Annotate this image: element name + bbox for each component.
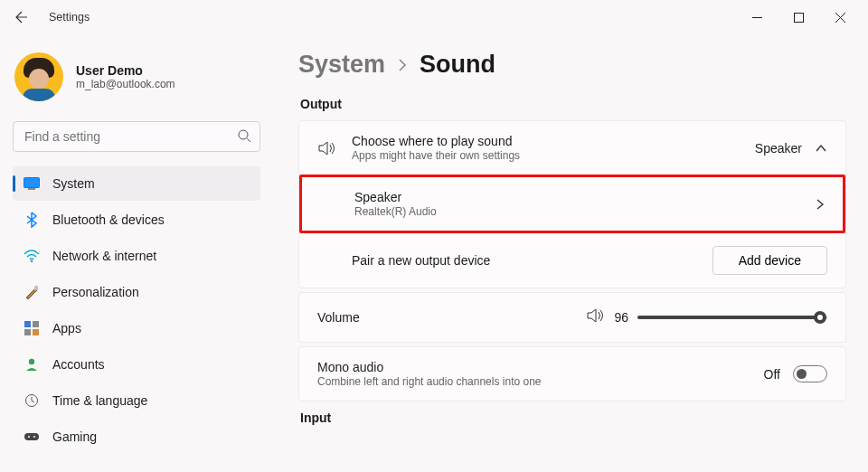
- titlebar: Settings: [0, 0, 868, 34]
- breadcrumb: System Sound: [298, 51, 846, 79]
- choose-output-row[interactable]: Choose where to play sound Apps might ha…: [299, 121, 845, 175]
- row-subtitle: Realtek(R) Audio: [354, 205, 801, 218]
- sidebar-item-apps[interactable]: Apps: [13, 311, 260, 345]
- volume-card: Volume 96: [298, 292, 846, 343]
- window-title: Settings: [49, 11, 90, 24]
- close-button[interactable]: [819, 3, 861, 32]
- maximize-icon: [794, 13, 804, 23]
- mono-audio-state: Off: [764, 367, 780, 382]
- sidebar-item-label: Apps: [52, 321, 81, 335]
- output-card: Choose where to play sound Apps might ha…: [298, 120, 846, 288]
- add-device-button[interactable]: Add device: [712, 246, 827, 275]
- sidebar-item-label: Gaming: [52, 430, 97, 444]
- input-section-title: Input: [300, 411, 846, 425]
- sidebar-item-personalization[interactable]: Personalization: [13, 275, 260, 309]
- mono-audio-row: Mono audio Combine left and right audio …: [299, 347, 845, 401]
- profile-name: User Demo: [76, 63, 175, 78]
- volume-label: Volume: [317, 310, 360, 325]
- svg-point-13: [28, 436, 30, 438]
- window-controls: [736, 3, 861, 32]
- sidebar-item-label: Bluetooth & devices: [52, 212, 165, 227]
- speaker-row[interactable]: Speaker Realtek(R) Audio: [302, 177, 843, 231]
- main-content: System Sound Output Choose where to play…: [273, 34, 868, 472]
- svg-rect-7: [33, 321, 39, 327]
- minimize-button[interactable]: [736, 3, 778, 32]
- back-button[interactable]: [7, 3, 36, 32]
- sidebar-item-accounts[interactable]: Accounts: [13, 347, 260, 382]
- breadcrumb-parent[interactable]: System: [298, 51, 385, 79]
- mono-audio-card: Mono audio Combine left and right audio …: [298, 346, 846, 401]
- row-title: Mono audio: [317, 360, 750, 374]
- row-title: Pair a new output device: [352, 253, 698, 268]
- output-section-title: Output: [300, 97, 846, 111]
- sidebar-item-label: Network & internet: [52, 249, 156, 263]
- svg-rect-9: [33, 329, 39, 335]
- svg-rect-8: [24, 329, 31, 335]
- sidebar: User Demo m_lab@outlook.com System Bluet…: [0, 34, 273, 472]
- sidebar-item-label: Accounts: [52, 357, 105, 372]
- sidebar-item-system[interactable]: System: [13, 166, 260, 201]
- sidebar-item-label: Time & language: [52, 393, 147, 408]
- highlight-box: Speaker Realtek(R) Audio: [299, 175, 845, 233]
- bluetooth-icon: [24, 212, 40, 228]
- volume-row: Volume 96: [299, 293, 845, 342]
- svg-rect-12: [24, 433, 39, 440]
- paintbrush-icon: [24, 284, 40, 300]
- sidebar-item-time-language[interactable]: Time & language: [13, 383, 260, 418]
- svg-point-14: [33, 436, 35, 438]
- volume-value: 96: [614, 310, 628, 325]
- close-icon: [835, 13, 845, 23]
- back-arrow-icon: [14, 10, 29, 24]
- nav-list: System Bluetooth & devices Network & int…: [13, 166, 260, 454]
- avatar: [14, 52, 63, 101]
- breadcrumb-current: Sound: [420, 51, 495, 79]
- gaming-icon: [24, 429, 40, 445]
- sidebar-item-label: System: [52, 176, 95, 191]
- chevron-up-icon: [815, 144, 827, 153]
- mono-audio-toggle[interactable]: [793, 365, 827, 382]
- sidebar-item-network[interactable]: Network & internet: [13, 239, 260, 273]
- maximize-button[interactable]: [778, 3, 819, 32]
- minimize-icon: [752, 13, 762, 23]
- sound-icon: [317, 140, 337, 156]
- profile-email: m_lab@outlook.com: [76, 78, 175, 90]
- svg-point-4: [31, 260, 33, 262]
- apps-icon: [24, 320, 40, 336]
- svg-rect-2: [24, 178, 40, 188]
- svg-rect-3: [28, 188, 35, 190]
- row-title: Speaker: [354, 190, 801, 204]
- row-subtitle: Apps might have their own settings: [352, 149, 741, 162]
- wifi-icon: [24, 248, 40, 264]
- chevron-right-icon: [398, 58, 407, 72]
- person-icon: [24, 356, 40, 373]
- chevron-right-icon: [816, 198, 825, 211]
- search-icon: [237, 128, 251, 146]
- profile-block[interactable]: User Demo m_lab@outlook.com: [13, 45, 260, 116]
- svg-rect-0: [794, 13, 803, 22]
- svg-rect-5: [34, 286, 38, 290]
- clock-icon: [24, 392, 40, 409]
- svg-rect-6: [24, 321, 31, 327]
- svg-point-10: [29, 359, 34, 364]
- row-title: Choose where to play sound: [352, 134, 741, 148]
- volume-icon[interactable]: [587, 307, 605, 327]
- svg-point-1: [239, 130, 248, 139]
- search-box: [13, 121, 260, 152]
- selected-output-value: Speaker: [755, 141, 802, 156]
- pair-device-row: Pair a new output device Add device: [299, 233, 845, 288]
- display-icon: [24, 175, 40, 192]
- volume-slider[interactable]: [637, 316, 827, 319]
- sidebar-item-gaming[interactable]: Gaming: [13, 420, 260, 454]
- row-subtitle: Combine left and right audio channels in…: [317, 375, 750, 388]
- sidebar-item-bluetooth[interactable]: Bluetooth & devices: [13, 203, 260, 237]
- sidebar-item-label: Personalization: [52, 285, 139, 299]
- search-input[interactable]: [13, 121, 260, 152]
